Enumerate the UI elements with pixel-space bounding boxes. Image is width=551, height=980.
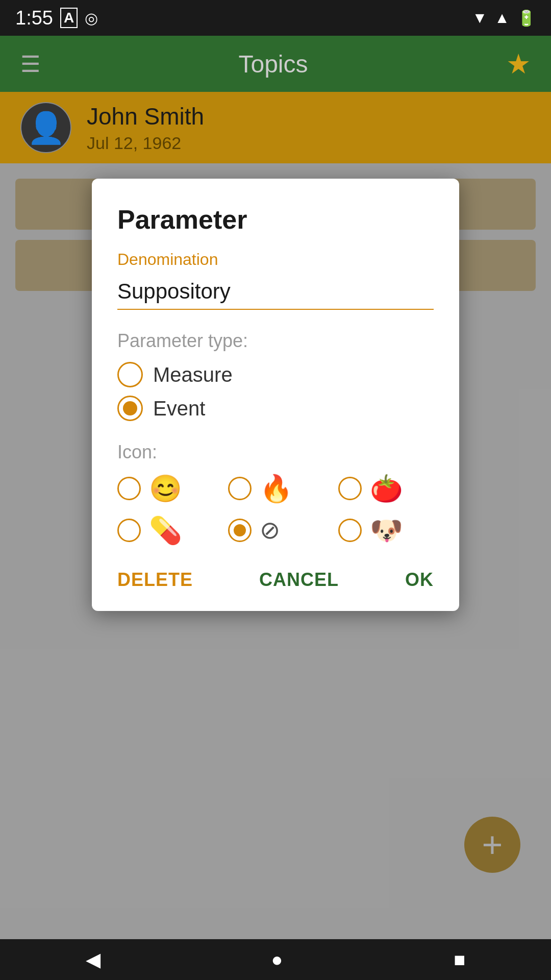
app-bar: ☰ Topics ★ xyxy=(0,36,551,92)
icon-option-circle-slash[interactable]: ⊘ xyxy=(228,517,323,544)
icon-emoji-tomato: 🍅 xyxy=(370,475,403,502)
radio-event-label: Event xyxy=(153,397,205,420)
icon-option-tomato[interactable]: 🍅 xyxy=(338,475,434,502)
ok-button[interactable]: OK xyxy=(405,569,434,591)
delete-button[interactable]: DELETE xyxy=(117,569,193,591)
icon-grid: 😊 🔥 🍅 💊 xyxy=(117,475,434,544)
nav-recent-button[interactable]: ■ xyxy=(454,949,466,971)
icon-emoji-smile: 😊 xyxy=(149,475,182,502)
icon-emoji-pill: 💊 xyxy=(149,517,182,544)
denomination-label: Denomination xyxy=(117,250,434,269)
status-right-icons: ▼ ▲ 🔋 xyxy=(472,9,536,27)
nav-bar: ◀ ● ■ xyxy=(0,939,551,980)
user-info: John Smith Jul 12, 1962 xyxy=(87,103,204,153)
icon-option-pill[interactable]: 💊 xyxy=(117,517,213,544)
icon-radio-tomato xyxy=(338,477,362,500)
radio-measure-outer xyxy=(117,362,143,387)
status-icon-a: A xyxy=(60,8,78,28)
parameter-dialog: Parameter Denomination Parameter type: M… xyxy=(92,179,459,611)
status-bar: 1:55 A ◎ ▼ ▲ 🔋 xyxy=(0,0,551,36)
user-header: 👤 John Smith Jul 12, 1962 xyxy=(0,92,551,163)
status-time: 1:55 xyxy=(15,7,53,29)
icon-emoji-dog: 🐶 xyxy=(370,517,403,544)
icon-radio-smile xyxy=(117,477,141,500)
radio-event-inner xyxy=(123,401,137,415)
radio-event[interactable]: Event xyxy=(117,396,434,421)
icon-section-label: Icon: xyxy=(117,442,434,463)
avatar: 👤 xyxy=(20,102,71,153)
user-dob: Jul 12, 1962 xyxy=(87,133,204,153)
background-content: + Parameter Denomination Parameter type:… xyxy=(0,163,551,939)
icon-radio-circle-slash xyxy=(228,519,252,542)
denomination-input[interactable] xyxy=(117,274,434,310)
icon-radio-pill xyxy=(117,519,141,542)
nav-home-button[interactable]: ● xyxy=(271,949,283,971)
icon-emoji-fire: 🔥 xyxy=(260,475,293,502)
radio-measure[interactable]: Measure xyxy=(117,362,434,387)
user-name: John Smith xyxy=(87,103,204,130)
nav-back-button[interactable]: ◀ xyxy=(86,948,101,971)
avatar-icon: 👤 xyxy=(27,110,65,146)
icon-option-smile[interactable]: 😊 xyxy=(117,475,213,502)
cancel-button[interactable]: CANCEL xyxy=(259,569,339,591)
app-bar-title: Topics xyxy=(238,50,308,78)
signal-icon: ▲ xyxy=(494,9,510,27)
dialog-actions: DELETE CANCEL OK xyxy=(117,569,434,591)
battery-icon: 🔋 xyxy=(517,9,536,27)
icon-radio-fire xyxy=(228,477,252,500)
icon-option-dog[interactable]: 🐶 xyxy=(338,517,434,544)
radio-measure-label: Measure xyxy=(153,363,233,386)
parameter-type-group: Measure Event xyxy=(117,362,434,421)
status-icon-circle: ◎ xyxy=(85,9,98,27)
param-type-label: Parameter type: xyxy=(117,330,434,352)
menu-icon[interactable]: ☰ xyxy=(20,51,40,77)
icon-emoji-circle-slash: ⊘ xyxy=(260,518,280,543)
dialog-overlay: Parameter Denomination Parameter type: M… xyxy=(0,163,551,939)
wifi-icon: ▼ xyxy=(472,9,488,27)
icon-option-fire[interactable]: 🔥 xyxy=(228,475,323,502)
dialog-title: Parameter xyxy=(117,204,434,235)
icon-radio-dog xyxy=(338,519,362,542)
status-left: 1:55 A ◎ xyxy=(15,7,98,29)
icon-radio-circle-slash-inner xyxy=(234,524,246,536)
star-icon[interactable]: ★ xyxy=(506,48,531,80)
radio-event-outer xyxy=(117,396,143,421)
